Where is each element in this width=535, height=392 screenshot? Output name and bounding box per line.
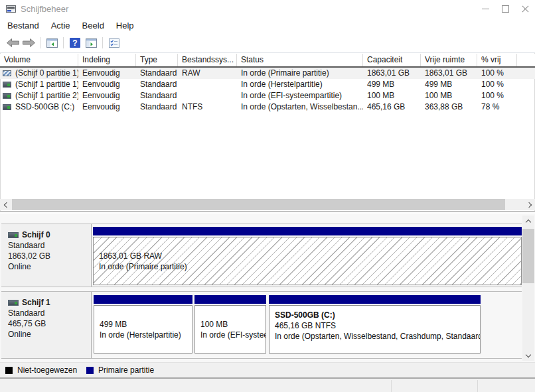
chevron-up-icon [526, 219, 531, 224]
disk-management-app-icon [6, 5, 16, 13]
partition-type-bar [194, 295, 266, 304]
menu-help[interactable]: Help [110, 19, 140, 33]
partition-efi[interactable]: 100 MB In orde (EFI-systee [194, 292, 266, 358]
disk-label-schijf1[interactable]: Schijf 1 Standaard 465,75 GB Online [1, 292, 92, 358]
column-header-filler [517, 54, 535, 66]
legend-unallocated-swatch [5, 367, 13, 374]
console-panes-icon [86, 38, 97, 48]
legend-bar: Niet-toegewezen Primaire partitie [0, 362, 535, 379]
horizontal-scrollbar-thumb[interactable] [12, 199, 505, 210]
properties-button[interactable] [106, 36, 122, 50]
disk-size: 465,75 GB [8, 318, 91, 329]
column-header-status[interactable]: Status [237, 54, 363, 66]
table-row-schijf1-partitie1[interactable]: (Schijf 1 partitie 1) Eenvoudig Standaar… [0, 79, 535, 90]
title-bar: Schijfbeheer [0, 0, 535, 18]
volume-icon [3, 82, 11, 88]
scroll-up-button[interactable] [522, 216, 534, 227]
scroll-right-button[interactable] [524, 199, 535, 210]
disk-icon [8, 232, 19, 238]
console-tree-icon [46, 38, 58, 48]
chevron-down-icon [526, 352, 531, 357]
legend-primary-swatch [86, 367, 94, 374]
vertical-scrollbar-thumb[interactable] [522, 229, 534, 283]
maximize-icon [502, 5, 509, 13]
legend-primary-label: Primaire partitie [98, 365, 154, 375]
back-button[interactable] [5, 36, 21, 50]
volume-list: (Schijf 0 partitie 1) Eenvoudig Standaar… [0, 68, 535, 113]
show-hide-panes-button[interactable] [83, 36, 99, 50]
column-header-bestandssysteem[interactable]: Bestandssys... [178, 54, 237, 66]
disk-icon [8, 300, 19, 306]
legend-unallocated-label: Niet-toegewezen [17, 365, 77, 375]
chevron-left-icon [3, 202, 9, 207]
back-arrow-icon [7, 38, 19, 47]
partition-type-bar [93, 227, 522, 235]
partition-schijf0-raw[interactable]: 1863,01 GB RAW In orde (Primaire partiti… [93, 224, 522, 287]
forward-button[interactable] [21, 36, 37, 50]
maximize-button[interactable] [495, 0, 515, 18]
table-row-schijf0-partitie1[interactable]: (Schijf 0 partitie 1) Eenvoudig Standaar… [0, 68, 535, 79]
disk-size: 1863,02 GB [8, 251, 91, 261]
help-button[interactable]: ? [67, 36, 83, 50]
graphical-view: Schijf 0 Standaard 1863,02 GB Online 186… [0, 214, 535, 362]
column-header-capaciteit[interactable]: Capaciteit [363, 54, 421, 66]
help-icon: ? [70, 38, 80, 48]
close-button[interactable] [515, 0, 535, 18]
properties-checklist-icon [109, 38, 119, 48]
column-header-type[interactable]: Type [136, 54, 178, 66]
toolbar-separator [63, 37, 64, 48]
partition-type-bar [269, 295, 481, 304]
column-header-volume[interactable]: Volume [0, 54, 78, 66]
volume-raw-icon [3, 70, 11, 76]
disk-label-schijf0[interactable]: Schijf 0 Standaard 1863,02 GB Online [1, 224, 92, 287]
minimize-button[interactable] [475, 0, 495, 18]
column-header-pct-vrij[interactable]: % vrij [477, 54, 517, 66]
table-row-schijf1-partitie2[interactable]: (Schijf 1 partitie 2) Eenvoudig Standaar… [0, 90, 535, 101]
vertical-scrollbar[interactable] [522, 216, 534, 361]
table-row-ssd-500gb[interactable]: SSD-500GB (C:) Eenvoudig Standaard NTFS … [0, 101, 535, 113]
partition-type-bar [94, 295, 192, 304]
menu-bestand[interactable]: Bestand [1, 19, 45, 33]
forward-arrow-icon [23, 38, 35, 47]
toolbar-separator [40, 37, 40, 48]
disk-state: Online [8, 329, 91, 340]
scroll-left-button[interactable] [0, 199, 11, 210]
chevron-right-icon [526, 202, 531, 207]
partition-c-drive[interactable]: SSD-500GB (C:) 465,16 GB NTFS In orde (O… [269, 292, 481, 358]
volume-icon [3, 104, 11, 110]
menu-actie[interactable]: Actie [45, 19, 76, 33]
menu-bar: Bestand Actie Beeld Help [0, 18, 535, 33]
horizontal-scrollbar[interactable] [0, 199, 535, 210]
column-header-vrije-ruimte[interactable]: Vrije ruimte [421, 54, 477, 66]
toolbar-separator [102, 37, 103, 48]
partition-herstel[interactable]: 499 MB In orde (Herstelpartitie) [94, 292, 192, 358]
toolbar: ? [0, 33, 535, 53]
window-controls [475, 0, 535, 18]
disk-row-schijf0: Schijf 0 Standaard 1863,02 GB Online 186… [1, 224, 522, 287]
disk-row-schijf1: Schijf 1 Standaard 465,75 GB Online 499 … [1, 291, 522, 359]
disk-type: Standaard [8, 240, 91, 251]
disk-state: Online [8, 261, 91, 272]
menu-beeld[interactable]: Beeld [76, 19, 110, 33]
volume-table-header: Volume Indeling Type Bestandssys... Stat… [0, 54, 535, 68]
column-header-indeling[interactable]: Indeling [78, 54, 136, 66]
disk-management-window: Schijfbeheer Bestand Actie Beeld Help [0, 0, 535, 378]
scroll-down-button[interactable] [522, 350, 534, 361]
minimize-icon [482, 9, 489, 9]
show-console-tree-button[interactable] [44, 36, 60, 50]
disk-type: Standaard [8, 308, 91, 318]
desktop-strip [0, 379, 535, 392]
window-title: Schijfbeheer [21, 4, 68, 14]
volume-icon [3, 93, 11, 99]
